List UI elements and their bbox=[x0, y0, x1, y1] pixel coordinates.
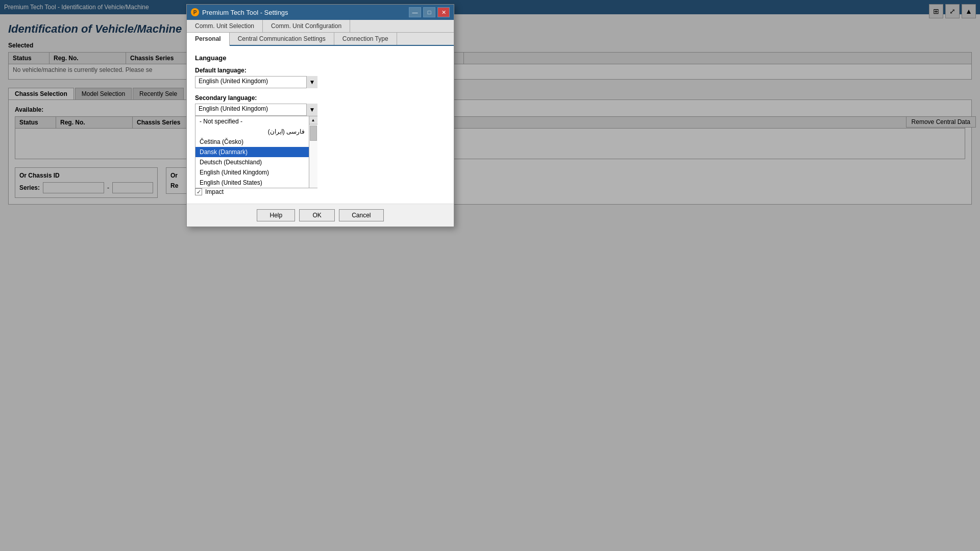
dropdown-item-english-uk[interactable]: English (United Kingdom) bbox=[195, 167, 309, 178]
dropdown-item-dansk[interactable]: Dansk (Danmark) bbox=[195, 147, 309, 157]
scroll-track bbox=[309, 124, 317, 188]
dialog-title-text: Premium Tech Tool - Settings bbox=[202, 9, 288, 16]
language-section-title: Language bbox=[195, 54, 446, 62]
secondary-language-select-wrapper: English (United Kingdom) ▼ - Not specifi… bbox=[195, 104, 317, 116]
tab-personal[interactable]: Personal bbox=[187, 33, 230, 46]
impact-checkbox[interactable] bbox=[195, 188, 202, 195]
impact-checkbox-row: Impact bbox=[195, 188, 446, 195]
secondary-language-dropdown: - Not specified - فارسی (ایران) Čeština … bbox=[195, 116, 317, 188]
tab-comm-unit-selection[interactable]: Comm. Unit Selection bbox=[187, 20, 263, 32]
help-button[interactable]: Help bbox=[257, 209, 295, 221]
cancel-button[interactable]: Cancel bbox=[339, 209, 383, 221]
dropdown-item-farsi[interactable]: فارسی (ایران) bbox=[195, 127, 309, 137]
close-button[interactable]: ✕ bbox=[437, 7, 450, 17]
tab-comm-unit-configuration[interactable]: Comm. Unit Configuration bbox=[263, 20, 350, 32]
dropdown-item-deutsch[interactable]: Deutsch (Deutschland) bbox=[195, 157, 309, 167]
secondary-language-select[interactable]: English (United Kingdom) bbox=[195, 104, 317, 116]
maximize-button[interactable]: □ bbox=[423, 7, 435, 17]
dropdown-list-items: - Not specified - فارسی (ایران) Čeština … bbox=[195, 116, 309, 188]
dialog-controls: — □ ✕ bbox=[409, 7, 450, 17]
scroll-up-button[interactable]: ▲ bbox=[309, 116, 317, 124]
dialog-tabs-row1: Comm. Unit Selection Comm. Unit Configur… bbox=[187, 20, 454, 33]
dialog-app-icon: P bbox=[191, 8, 199, 16]
secondary-language-label: Secondary language: bbox=[195, 94, 446, 102]
dropdown-item-cestina[interactable]: Čeština (Česko) bbox=[195, 137, 309, 147]
scroll-thumb[interactable] bbox=[310, 126, 317, 141]
dialog-footer: Help OK Cancel bbox=[187, 204, 454, 227]
dropdown-item-not-specified[interactable]: - Not specified - bbox=[195, 116, 309, 127]
dropdown-scrollbar[interactable]: ▲ bbox=[309, 116, 317, 188]
dialog-body: Language Default language: English (Unit… bbox=[187, 46, 454, 204]
settings-dialog: P Premium Tech Tool - Settings — □ ✕ Com… bbox=[186, 4, 454, 227]
modal-overlay bbox=[0, 0, 980, 551]
default-language-select-wrapper: English (United Kingdom) ▼ bbox=[195, 76, 317, 88]
tab-connection-type[interactable]: Connection Type bbox=[334, 33, 397, 45]
impact-label: Impact bbox=[205, 188, 224, 195]
dialog-title-left: P Premium Tech Tool - Settings bbox=[191, 8, 288, 16]
default-language-label: Default language: bbox=[195, 67, 446, 74]
ok-button[interactable]: OK bbox=[299, 209, 335, 221]
minimize-button[interactable]: — bbox=[409, 7, 421, 17]
dropdown-item-english-us[interactable]: English (United States) bbox=[195, 178, 309, 188]
default-language-select[interactable]: English (United Kingdom) bbox=[195, 76, 317, 88]
dialog-titlebar: P Premium Tech Tool - Settings — □ ✕ bbox=[187, 5, 454, 20]
tab-central-comm-settings[interactable]: Central Communication Settings bbox=[230, 33, 334, 45]
dialog-tabs-row2: Personal Central Communication Settings … bbox=[187, 33, 454, 46]
